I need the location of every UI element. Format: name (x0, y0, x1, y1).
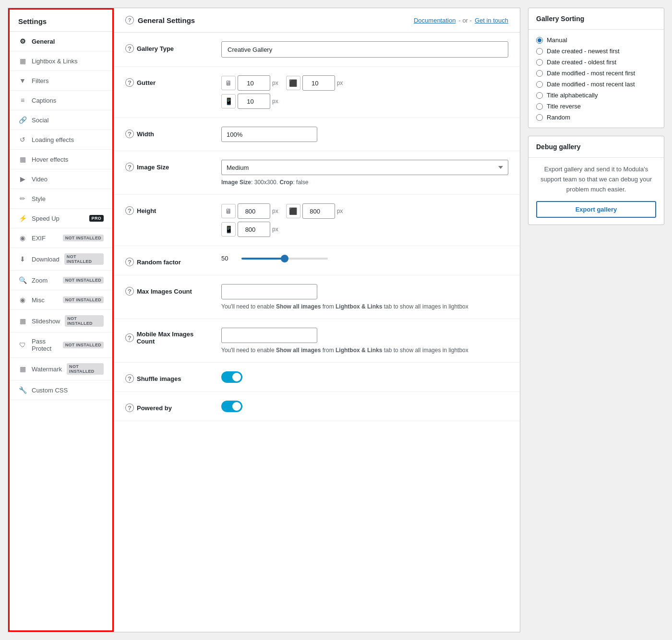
general-settings-help-icon[interactable]: ? (125, 16, 134, 24)
sidebar-item-filters[interactable]: ▼Filters (10, 71, 112, 91)
sidebar-icon-loading-effects: ↺ (18, 135, 27, 144)
sidebar-label-captions: Captions (32, 97, 104, 104)
sorting-radio-manual[interactable] (536, 37, 543, 44)
sidebar-item-captions[interactable]: ≡Captions (10, 91, 112, 110)
mobile-max-images-help-icon[interactable]: ? (125, 333, 134, 342)
height-mobile-input[interactable] (238, 222, 270, 237)
height-mobile-icon: 📱 (221, 222, 236, 237)
height-tablet-input[interactable] (302, 203, 335, 219)
sorting-option-modified-last[interactable]: Date modified - most recent last (536, 81, 656, 88)
height-inputs: 🖥 px ⬛ px (221, 203, 508, 219)
sidebar-item-pass-protect[interactable]: 🛡Pass Protectnot installed (10, 332, 112, 358)
gutter-desktop-input[interactable] (238, 75, 270, 91)
sidebar-item-exif[interactable]: ◉EXIFnot installed (10, 228, 112, 248)
sorting-option-date-newest[interactable]: Date created - newest first (536, 47, 656, 55)
sidebar-item-general[interactable]: ⚙General (10, 32, 112, 51)
gutter-label-group: ? Gutter (125, 75, 212, 87)
gallery-type-help-icon[interactable]: ? (125, 44, 134, 53)
sidebar-item-speed-up[interactable]: ⚡Speed UpPRO (10, 209, 112, 228)
sidebar-label-loading-effects: Loading effects (32, 136, 104, 143)
gallery-sorting-options: ManualDate created - newest firstDate cr… (536, 36, 656, 121)
image-size-row: ? Image Size ThumbnailMediumLargeFull Im… (114, 151, 520, 195)
sidebar-label-exif: EXIF (32, 235, 58, 242)
main-header-right: Documentation - or - Get in touch (414, 17, 508, 24)
sorting-option-title-reverse[interactable]: Title reverse (536, 103, 656, 110)
sidebar-label-social: Social (32, 117, 104, 124)
sorting-option-title-alpha[interactable]: Title alphabetically (536, 92, 656, 99)
get-in-touch-link[interactable]: Get in touch (475, 17, 508, 24)
shuffle-images-toggle[interactable] (221, 371, 242, 383)
shuffle-images-label-group: ? Shuffle images (125, 371, 212, 383)
sidebar-item-download[interactable]: ⬇Downloadnot installed (10, 248, 112, 271)
sorting-radio-title-reverse[interactable] (536, 103, 543, 110)
sorting-radio-random[interactable] (536, 114, 543, 121)
sidebar-item-custom-css[interactable]: 🔧Custom CSS (10, 380, 112, 400)
sidebar-item-style[interactable]: ✏Style (10, 189, 112, 209)
gutter-help-icon[interactable]: ? (125, 78, 134, 87)
sidebar-item-loading-effects[interactable]: ↺Loading effects (10, 130, 112, 150)
mobile-max-images-label: Mobile Max Images Count (137, 331, 212, 345)
gallery-type-control: Creative GalleryCustom GridSliderMasonry (221, 41, 508, 58)
gutter-mobile-unit: px (272, 98, 278, 105)
width-help-icon[interactable]: ? (125, 130, 134, 138)
random-factor-label-group: ? Random factor (125, 255, 212, 266)
width-input[interactable] (221, 127, 317, 142)
sidebar-badge-speed-up: PRO (89, 215, 104, 222)
mobile-max-images-input[interactable] (221, 328, 317, 343)
export-gallery-button[interactable]: Export gallery (536, 201, 656, 218)
sidebar-item-misc[interactable]: ◉Miscnot installed (10, 290, 112, 310)
gutter-label: Gutter (137, 79, 156, 86)
sidebar-item-social[interactable]: 🔗Social (10, 110, 112, 130)
shuffle-images-help-icon[interactable]: ? (125, 374, 134, 383)
sidebar-item-slideshow[interactable]: ▦Slideshownot installed (10, 310, 112, 332)
section-title: General Settings (138, 16, 195, 24)
gallery-type-select-wrapper[interactable]: Creative GalleryCustom GridSliderMasonry (221, 41, 508, 58)
random-factor-label: Random factor (137, 259, 181, 266)
sidebar-item-video[interactable]: ▶Video (10, 169, 112, 189)
mobile-max-images-control: You'll need to enable Show all images fr… (221, 328, 508, 354)
sorting-radio-modified-recent[interactable] (536, 70, 543, 77)
gallery-sorting-title: Gallery Sorting (528, 8, 664, 30)
sorting-radio-date-oldest[interactable] (536, 59, 543, 66)
height-help-icon[interactable]: ? (125, 206, 134, 215)
sorting-radio-title-alpha[interactable] (536, 92, 543, 99)
image-size-help-icon[interactable]: ? (125, 163, 134, 171)
sidebar-item-hover-effects[interactable]: ▦Hover effects (10, 150, 112, 169)
sidebar-item-zoom[interactable]: 🔍Zoomnot installed (10, 271, 112, 290)
gutter-mobile-input[interactable] (238, 94, 270, 109)
sidebar-label-hover-effects: Hover effects (32, 156, 104, 163)
sorting-option-manual[interactable]: Manual (536, 36, 656, 44)
sorting-label-modified-recent: Date modified - most recent first (547, 70, 635, 77)
powered-by-toggle[interactable] (221, 401, 242, 412)
powered-by-help-icon[interactable]: ? (125, 403, 134, 412)
max-images-input[interactable] (221, 284, 317, 299)
sorting-option-modified-recent[interactable]: Date modified - most recent first (536, 70, 656, 77)
sorting-option-random[interactable]: Random (536, 114, 656, 121)
sidebar-icon-zoom: 🔍 (18, 276, 27, 284)
debug-gallery-title: Debug gallery (528, 136, 664, 158)
random-factor-help-icon[interactable]: ? (125, 258, 134, 266)
sidebar-icon-custom-css: 🔧 (18, 386, 27, 394)
sorting-option-date-oldest[interactable]: Date created - oldest first (536, 59, 656, 66)
random-factor-slider[interactable] (241, 258, 328, 260)
powered-by-label: Powered by (137, 404, 172, 412)
image-size-select[interactable]: ThumbnailMediumLargeFull (221, 160, 508, 175)
right-panels: Gallery Sorting ManualDate created - new… (520, 8, 664, 632)
documentation-link[interactable]: Documentation (414, 17, 456, 24)
gutter-inputs: 🖥 px ⬛ px (221, 75, 508, 91)
gallery-type-select[interactable]: Creative GalleryCustom GridSliderMasonry (228, 46, 502, 53)
max-images-help-icon[interactable]: ? (125, 287, 134, 296)
height-desktop-unit: px (272, 208, 278, 214)
sidebar-item-watermark[interactable]: ▦Watermarknot installed (10, 358, 112, 380)
width-control (221, 127, 508, 142)
sidebar-icon-pass-protect: 🛡 (18, 341, 27, 349)
sidebar-label-video: Video (32, 176, 104, 183)
gutter-tablet-input[interactable] (302, 75, 335, 91)
shuffle-images-control (221, 371, 508, 383)
gallery-type-row: ? Gallery Type Creative GalleryCustom Gr… (114, 33, 520, 67)
height-desktop-input[interactable] (238, 203, 270, 219)
sorting-radio-date-newest[interactable] (536, 48, 543, 55)
sidebar-item-lightbox[interactable]: ▦Lightbox & Links (10, 51, 112, 71)
sorting-radio-modified-last[interactable] (536, 81, 543, 88)
gallery-sorting-body: ManualDate created - newest firstDate cr… (528, 30, 664, 128)
